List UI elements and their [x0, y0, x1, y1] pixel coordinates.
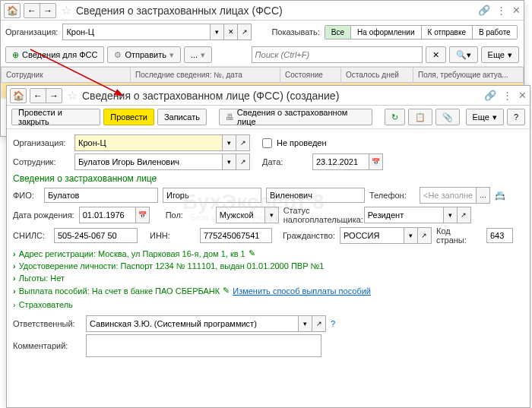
window-title-2: Сведения о застрахованном лице (ФСС) (со…	[82, 90, 481, 102]
ellipsis-icon[interactable]: …	[477, 187, 490, 204]
section-insurer-title[interactable]: ›Страхователь	[13, 300, 524, 309]
filter-all[interactable]: Все	[325, 26, 351, 39]
home-button[interactable]: 🏠	[4, 3, 21, 18]
help-link[interactable]: ?	[331, 319, 335, 328]
org-combo-2[interactable]: ▾ ↗	[74, 134, 250, 151]
citizen-label: Гражданство:	[283, 231, 335, 240]
dropdown-icon[interactable]: ▾	[223, 153, 236, 170]
refresh-button[interactable]: ↻	[385, 109, 405, 125]
col-last[interactable]: Последние сведения: №, дата	[131, 68, 280, 83]
filter-work[interactable]: В работе	[473, 26, 517, 39]
eshe-button-2[interactable]: Еще▾	[466, 109, 504, 125]
search-button[interactable]: 🔍▾	[449, 46, 478, 63]
org-label: Организация:	[5, 27, 58, 36]
snils-input[interactable]	[54, 228, 138, 243]
surname-input[interactable]	[44, 188, 158, 203]
calendar-icon[interactable]: 📅	[136, 207, 150, 223]
citizen-input[interactable]	[340, 227, 404, 244]
section-insured-title: Сведения о застрахованном лице	[13, 173, 524, 184]
window-title-1: Сведения о застрахованных лицах (ФСС)	[76, 5, 475, 17]
clear-icon[interactable]: ✕	[224, 24, 238, 40]
phone-label: Телефон:	[369, 191, 415, 200]
open-icon[interactable]: ↗	[236, 153, 250, 170]
home-button-2[interactable]: 🏠	[10, 88, 27, 103]
code-input[interactable]	[486, 228, 513, 243]
inn-input[interactable]	[200, 228, 272, 243]
not-posted-checkbox[interactable]	[262, 138, 272, 148]
post-close-button[interactable]: Провести и закрыть	[11, 109, 100, 125]
favorite-icon-2[interactable]: ☆	[65, 88, 79, 103]
forward-button-2[interactable]: →	[46, 88, 62, 103]
phone-combo[interactable]: …	[420, 187, 490, 204]
link-icon[interactable]: 🔗	[478, 5, 490, 16]
back-button-2[interactable]: ←	[30, 88, 46, 103]
titlebar-1: 🏠 ← → ☆ Сведения о застрахованных лицах …	[1, 1, 524, 21]
snils-label: СНИЛС:	[13, 231, 49, 240]
forward-button[interactable]: →	[40, 3, 56, 18]
favorite-icon[interactable]: ☆	[59, 3, 73, 17]
button-row-2: Провести и закрыть Провести Записать 🖶Св…	[7, 106, 530, 129]
comment-input[interactable]	[86, 334, 321, 357]
save-button[interactable]: Записать	[157, 109, 207, 125]
menu-icon-2[interactable]: ⋮	[502, 90, 512, 101]
inn-label: ИНН:	[150, 231, 195, 240]
open-icon[interactable]: ↗	[312, 315, 326, 332]
close-icon[interactable]: ✕	[512, 5, 521, 16]
open-icon[interactable]: ↗	[236, 134, 250, 151]
more-button[interactable]: ...▾	[184, 46, 212, 63]
link-icon-2[interactable]: 🔗	[484, 90, 496, 101]
change-payment-link[interactable]: Изменить способ выплаты пособий	[233, 286, 371, 296]
lgoty-line: ›Льготы: Нет	[13, 272, 524, 284]
menu-icon[interactable]: ⋮	[496, 5, 506, 16]
filter-send[interactable]: К отправке	[422, 26, 473, 39]
col-state[interactable]: Состояние	[280, 68, 341, 83]
post-button[interactable]: Провести	[103, 109, 154, 125]
fio-label: ФИО:	[13, 191, 40, 200]
print-svedeniya-button[interactable]: 🖶Сведения о застрахованном лице	[219, 109, 372, 125]
org-label-2: Организация:	[13, 138, 70, 147]
patronymic-input[interactable]	[266, 188, 365, 203]
birth-input[interactable]	[79, 207, 136, 223]
open-icon[interactable]: ↗	[458, 207, 471, 223]
dropdown-icon[interactable]: ▾	[299, 315, 312, 332]
org-input-2[interactable]	[74, 134, 223, 151]
resp-label: Ответственный:	[13, 319, 81, 328]
dropdown-icon[interactable]: ▾	[265, 207, 279, 223]
resp-input[interactable]	[86, 315, 299, 332]
clear-search-button[interactable]: ✕	[426, 46, 446, 63]
date-combo[interactable]: 📅	[312, 153, 383, 170]
dropdown-icon[interactable]: ▾	[223, 134, 236, 151]
sotr-input[interactable]	[74, 153, 223, 170]
attach-button[interactable]: 📎	[435, 109, 460, 125]
dropdown-icon[interactable]: ▾	[444, 207, 458, 223]
edit-icon[interactable]: ✎	[223, 286, 230, 296]
dropdown-icon[interactable]: ▾	[404, 227, 418, 244]
create-svedeniya-button[interactable]: ⊕Сведения для ФСС	[5, 46, 104, 63]
back-button[interactable]: ←	[24, 3, 40, 18]
status-input[interactable]	[364, 207, 444, 223]
eshe-button-1[interactable]: Еще▾	[481, 46, 519, 63]
phone-input[interactable]	[420, 187, 477, 204]
pol-input[interactable]	[216, 207, 265, 223]
help-button[interactable]: ?	[507, 109, 525, 125]
send-button[interactable]: ⚙Отправить▾	[107, 46, 181, 63]
movements-button[interactable]: 📋	[408, 109, 432, 125]
open-icon[interactable]: ↗	[238, 24, 252, 40]
edit-icon[interactable]: ✎	[249, 248, 255, 258]
name-input[interactable]	[163, 188, 261, 203]
date-input[interactable]	[312, 153, 369, 170]
col-employee[interactable]: Сотрудник	[2, 68, 131, 83]
dropdown-icon[interactable]: ▾	[211, 24, 224, 40]
col-days[interactable]: Осталось дней	[341, 68, 413, 83]
org-combo[interactable]: ▾ ✕ ↗	[62, 24, 252, 40]
titlebar-2: 🏠 ← → ☆ Сведения о застрахованном лице (…	[7, 86, 530, 106]
open-icon[interactable]: ↗	[418, 227, 432, 244]
col-fields[interactable]: Поля, требующие актуа...	[413, 68, 524, 83]
close-icon-2[interactable]: ✕	[518, 90, 527, 101]
filter-draft[interactable]: На оформлении	[351, 26, 421, 39]
sotr-combo[interactable]: ▾ ↗	[74, 153, 250, 170]
org-input[interactable]	[62, 24, 211, 40]
card-icon[interactable]: 📇	[495, 191, 505, 201]
calendar-icon[interactable]: 📅	[369, 153, 383, 170]
search-input[interactable]	[252, 46, 423, 63]
